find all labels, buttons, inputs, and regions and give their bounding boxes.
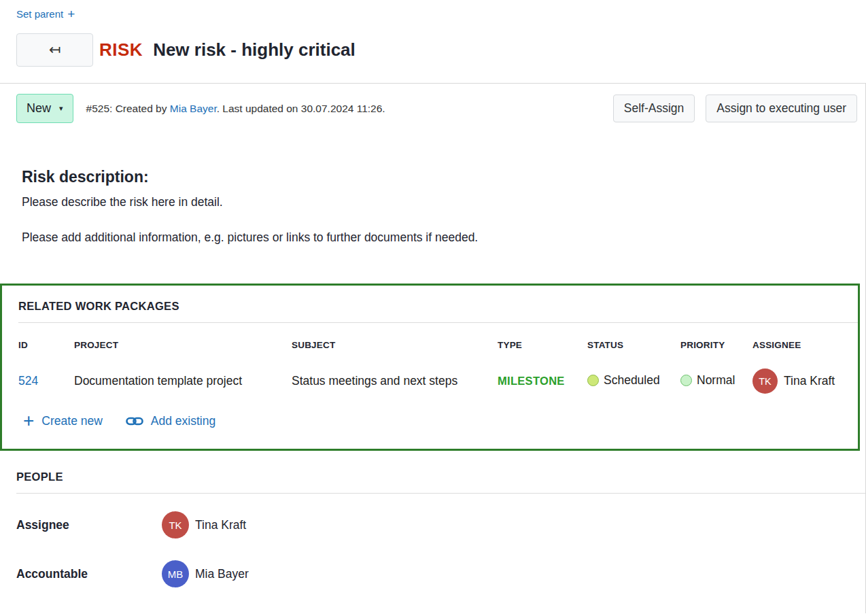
- self-assign-button[interactable]: Self-Assign: [613, 95, 695, 122]
- back-arrow-icon: ↤: [49, 41, 61, 58]
- section-divider: [16, 493, 865, 494]
- cell-type-milestone: MILESTONE: [498, 375, 565, 387]
- avatar: TK: [752, 369, 778, 394]
- work-package-type-label: RISK: [99, 39, 143, 61]
- column-header-status: STATUS: [587, 340, 680, 350]
- accountable-label: Accountable: [16, 567, 162, 581]
- plus-icon: +: [67, 7, 75, 20]
- meta-text: #525: Created by Mia Bayer. Last updated…: [86, 103, 385, 115]
- accountable-row: Accountable MB Mia Bayer: [0, 560, 865, 587]
- assignee-row: Assignee TK Tina Kraft: [0, 511, 865, 538]
- meta-prefix: #525: Created by: [86, 103, 170, 114]
- assignee-name: Tina Kraft: [784, 374, 835, 388]
- assignee-name: Tina Kraft: [195, 518, 246, 532]
- plus-icon: +: [23, 413, 34, 428]
- people-heading: PEOPLE: [0, 470, 865, 483]
- cell-subject: Status meetings and next steps: [292, 374, 498, 388]
- related-work-packages-section: RELATED WORK PACKAGES ID PROJECT SUBJECT…: [0, 284, 860, 451]
- status-bar: New ▾ #525: Created by Mia Bayer. Last u…: [0, 84, 865, 123]
- column-header-assignee: ASSIGNEE: [752, 340, 842, 350]
- assignee-label: Assignee: [16, 518, 162, 532]
- related-work-packages-heading: RELATED WORK PACKAGES: [2, 300, 858, 313]
- page-title: New risk - highly critical: [153, 39, 356, 61]
- create-new-link[interactable]: + Create new: [23, 413, 103, 428]
- column-header-project: PROJECT: [74, 340, 292, 350]
- chevron-down-icon: ▾: [59, 104, 63, 113]
- back-button[interactable]: ↤: [16, 33, 93, 67]
- avatar: MB: [162, 560, 189, 587]
- status-value: Scheduled: [604, 373, 660, 388]
- link-icon: [126, 417, 143, 426]
- description-paragraph: Please describe the risk here in detail.: [22, 195, 844, 209]
- risk-description-heading: Risk description:: [22, 168, 844, 186]
- table-row[interactable]: 524 Documentation template project Statu…: [18, 369, 842, 394]
- priority-dot-icon: [680, 375, 692, 386]
- add-existing-link[interactable]: Add existing: [126, 414, 215, 428]
- cell-project: Documentation template project: [74, 374, 292, 388]
- add-existing-label: Add existing: [151, 414, 215, 428]
- accountable-user[interactable]: MB Mia Bayer: [162, 560, 249, 587]
- section-divider: [18, 322, 858, 323]
- people-section: PEOPLE Assignee TK Tina Kraft Accountabl…: [0, 470, 865, 587]
- create-new-label: Create new: [41, 414, 103, 428]
- avatar: TK: [162, 511, 189, 538]
- priority-value: Normal: [697, 373, 735, 388]
- accountable-name: Mia Bayer: [195, 567, 249, 581]
- column-header-id: ID: [18, 340, 74, 350]
- status-label: New: [27, 101, 51, 116]
- content-panel: New ▾ #525: Created by Mia Bayer. Last u…: [0, 84, 866, 613]
- assign-to-executing-user-button[interactable]: Assign to executing user: [706, 95, 857, 122]
- description-paragraph: Please add additional information, e.g. …: [22, 230, 844, 245]
- table-header-row: ID PROJECT SUBJECT TYPE STATUS PRIORITY …: [18, 340, 842, 350]
- status-dropdown-button[interactable]: New ▾: [16, 94, 73, 123]
- meta-middle: . Last updated on: [217, 103, 301, 114]
- cell-assignee[interactable]: TKTina Kraft: [752, 369, 835, 394]
- related-actions: + Create new Add existing: [23, 413, 858, 428]
- column-header-type: TYPE: [498, 340, 587, 350]
- column-header-priority: PRIORITY: [680, 340, 752, 350]
- title-row: ↤ RISK New risk - highly critical: [16, 33, 866, 67]
- set-parent-label: Set parent: [16, 8, 63, 20]
- column-header-subject: SUBJECT: [292, 340, 498, 350]
- status-dot-icon: [587, 375, 599, 386]
- cell-priority: Normal: [680, 373, 735, 388]
- assignee-user[interactable]: TK Tina Kraft: [162, 511, 246, 538]
- related-work-packages-table: ID PROJECT SUBJECT TYPE STATUS PRIORITY …: [2, 340, 858, 394]
- set-parent-link[interactable]: Set parent +: [16, 7, 75, 20]
- cell-status: Scheduled: [587, 373, 660, 388]
- work-package-detail-page: Set parent + ↤ RISK New risk - highly cr…: [0, 0, 866, 616]
- risk-description-section: Risk description: Please describe the ri…: [0, 168, 865, 245]
- meta-timestamp: 30.07.2024 11:26.: [301, 103, 385, 114]
- author-link[interactable]: Mia Bayer: [170, 103, 217, 114]
- work-package-id-link[interactable]: 524: [18, 374, 38, 388]
